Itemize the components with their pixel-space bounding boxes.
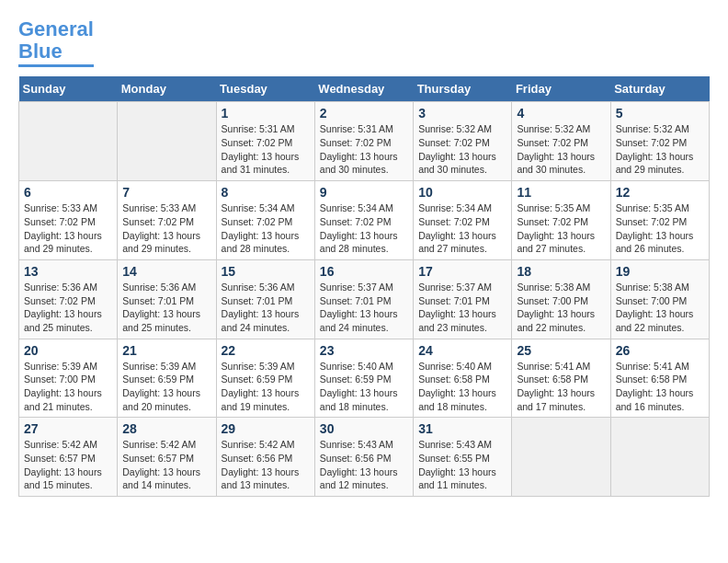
calendar-cell: 24Sunrise: 5:40 AMSunset: 6:58 PMDayligh… — [414, 339, 512, 418]
calendar-cell: 23Sunrise: 5:40 AMSunset: 6:59 PMDayligh… — [314, 339, 413, 418]
day-info: Sunrise: 5:37 AMSunset: 7:01 PMDaylight:… — [418, 281, 506, 335]
calendar-cell — [118, 102, 216, 181]
day-number: 30 — [320, 421, 408, 436]
day-number: 28 — [122, 421, 210, 436]
day-info: Sunrise: 5:39 AMSunset: 6:59 PMDaylight:… — [222, 360, 310, 414]
calendar-week-1: 1Sunrise: 5:31 AMSunset: 7:02 PMDaylight… — [19, 102, 710, 181]
day-number: 8 — [222, 185, 310, 200]
day-info: Sunrise: 5:37 AMSunset: 7:01 PMDaylight:… — [320, 281, 408, 335]
calendar-cell: 17Sunrise: 5:37 AMSunset: 7:01 PMDayligh… — [414, 259, 512, 339]
day-number: 7 — [122, 185, 210, 200]
day-number: 9 — [320, 185, 408, 200]
calendar-cell: 2Sunrise: 5:31 AMSunset: 7:02 PMDaylight… — [314, 102, 413, 181]
day-number: 25 — [517, 343, 605, 358]
calendar-cell: 14Sunrise: 5:36 AMSunset: 7:01 PMDayligh… — [118, 259, 216, 339]
day-number: 27 — [24, 421, 112, 436]
day-number: 24 — [418, 343, 506, 358]
day-info: Sunrise: 5:42 AMSunset: 6:57 PMDaylight:… — [24, 438, 112, 492]
day-info: Sunrise: 5:43 AMSunset: 6:55 PMDaylight:… — [418, 438, 506, 492]
day-number: 21 — [122, 343, 210, 358]
day-info: Sunrise: 5:43 AMSunset: 6:56 PMDaylight:… — [320, 438, 408, 492]
calendar-cell: 16Sunrise: 5:37 AMSunset: 7:01 PMDayligh… — [314, 259, 413, 339]
day-info: Sunrise: 5:36 AMSunset: 7:01 PMDaylight:… — [222, 281, 310, 335]
page-header: General Blue — [18, 18, 710, 67]
calendar-cell: 20Sunrise: 5:39 AMSunset: 7:00 PMDayligh… — [19, 339, 118, 418]
weekday-friday: Friday — [512, 76, 610, 102]
day-info: Sunrise: 5:34 AMSunset: 7:02 PMDaylight:… — [418, 201, 506, 256]
day-number: 26 — [616, 343, 704, 358]
weekday-sunday: Sunday — [19, 76, 118, 102]
logo: General Blue — [18, 18, 94, 67]
day-info: Sunrise: 5:34 AMSunset: 7:02 PMDaylight:… — [222, 201, 310, 256]
day-info: Sunrise: 5:41 AMSunset: 6:58 PMDaylight:… — [517, 360, 605, 414]
logo-text: General Blue — [18, 18, 94, 63]
day-info: Sunrise: 5:32 AMSunset: 7:02 PMDaylight:… — [418, 122, 506, 177]
logo-general: General — [18, 17, 94, 40]
day-number: 31 — [418, 421, 506, 436]
logo-underline — [18, 64, 94, 67]
day-info: Sunrise: 5:38 AMSunset: 7:00 PMDaylight:… — [517, 281, 605, 335]
day-info: Sunrise: 5:33 AMSunset: 7:02 PMDaylight:… — [24, 201, 112, 256]
calendar-cell: 21Sunrise: 5:39 AMSunset: 6:59 PMDayligh… — [118, 339, 216, 418]
calendar-cell: 7Sunrise: 5:33 AMSunset: 7:02 PMDaylight… — [118, 181, 216, 260]
day-info: Sunrise: 5:36 AMSunset: 7:02 PMDaylight:… — [24, 281, 112, 335]
calendar-cell: 6Sunrise: 5:33 AMSunset: 7:02 PMDaylight… — [19, 181, 118, 260]
day-info: Sunrise: 5:31 AMSunset: 7:02 PMDaylight:… — [320, 122, 408, 177]
calendar-cell: 1Sunrise: 5:31 AMSunset: 7:02 PMDaylight… — [216, 102, 314, 181]
calendar-cell: 30Sunrise: 5:43 AMSunset: 6:56 PMDayligh… — [314, 418, 413, 497]
calendar-cell: 26Sunrise: 5:41 AMSunset: 6:58 PMDayligh… — [610, 339, 709, 418]
day-number: 15 — [222, 264, 310, 279]
day-number: 16 — [320, 264, 408, 279]
calendar-header: SundayMondayTuesdayWednesdayThursdayFrid… — [19, 76, 710, 102]
day-number: 18 — [517, 264, 605, 279]
day-number: 29 — [222, 421, 310, 436]
day-info: Sunrise: 5:32 AMSunset: 7:02 PMDaylight:… — [517, 122, 605, 177]
calendar-week-2: 6Sunrise: 5:33 AMSunset: 7:02 PMDaylight… — [19, 181, 710, 260]
day-number: 20 — [24, 343, 112, 358]
day-number: 22 — [222, 343, 310, 358]
day-info: Sunrise: 5:33 AMSunset: 7:02 PMDaylight:… — [122, 201, 210, 256]
calendar-cell: 8Sunrise: 5:34 AMSunset: 7:02 PMDaylight… — [216, 181, 314, 260]
calendar-cell: 22Sunrise: 5:39 AMSunset: 6:59 PMDayligh… — [216, 339, 314, 418]
calendar-week-5: 27Sunrise: 5:42 AMSunset: 6:57 PMDayligh… — [19, 418, 710, 497]
day-number: 2 — [320, 106, 408, 121]
calendar-cell: 13Sunrise: 5:36 AMSunset: 7:02 PMDayligh… — [19, 259, 118, 339]
logo-blue: Blue — [18, 40, 63, 63]
day-number: 19 — [616, 264, 704, 279]
day-info: Sunrise: 5:32 AMSunset: 7:02 PMDaylight:… — [616, 122, 704, 177]
calendar-cell: 9Sunrise: 5:34 AMSunset: 7:02 PMDaylight… — [314, 181, 413, 260]
calendar-cell: 10Sunrise: 5:34 AMSunset: 7:02 PMDayligh… — [414, 181, 512, 260]
day-info: Sunrise: 5:35 AMSunset: 7:02 PMDaylight:… — [616, 201, 704, 256]
calendar-cell: 28Sunrise: 5:42 AMSunset: 6:57 PMDayligh… — [118, 418, 216, 497]
day-number: 1 — [222, 106, 310, 121]
calendar-cell: 25Sunrise: 5:41 AMSunset: 6:58 PMDayligh… — [512, 339, 610, 418]
day-number: 5 — [616, 106, 704, 121]
calendar-body: 1Sunrise: 5:31 AMSunset: 7:02 PMDaylight… — [19, 102, 710, 497]
day-info: Sunrise: 5:40 AMSunset: 6:58 PMDaylight:… — [418, 360, 506, 414]
calendar-table: SundayMondayTuesdayWednesdayThursdayFrid… — [18, 76, 710, 497]
calendar-cell — [19, 102, 118, 181]
day-info: Sunrise: 5:31 AMSunset: 7:02 PMDaylight:… — [222, 122, 310, 177]
day-number: 17 — [418, 264, 506, 279]
weekday-tuesday: Tuesday — [216, 76, 314, 102]
calendar-cell: 4Sunrise: 5:32 AMSunset: 7:02 PMDaylight… — [512, 102, 610, 181]
day-info: Sunrise: 5:41 AMSunset: 6:58 PMDaylight:… — [616, 360, 704, 414]
day-info: Sunrise: 5:38 AMSunset: 7:00 PMDaylight:… — [616, 281, 704, 335]
day-number: 11 — [517, 185, 605, 200]
calendar-cell: 3Sunrise: 5:32 AMSunset: 7:02 PMDaylight… — [414, 102, 512, 181]
calendar-cell: 15Sunrise: 5:36 AMSunset: 7:01 PMDayligh… — [216, 259, 314, 339]
day-number: 14 — [122, 264, 210, 279]
day-number: 4 — [517, 106, 605, 121]
calendar-cell: 11Sunrise: 5:35 AMSunset: 7:02 PMDayligh… — [512, 181, 610, 260]
calendar-cell: 31Sunrise: 5:43 AMSunset: 6:55 PMDayligh… — [414, 418, 512, 497]
day-number: 3 — [418, 106, 506, 121]
calendar-cell: 27Sunrise: 5:42 AMSunset: 6:57 PMDayligh… — [19, 418, 118, 497]
calendar-cell: 18Sunrise: 5:38 AMSunset: 7:00 PMDayligh… — [512, 259, 610, 339]
day-info: Sunrise: 5:34 AMSunset: 7:02 PMDaylight:… — [320, 201, 408, 256]
day-info: Sunrise: 5:39 AMSunset: 7:00 PMDaylight:… — [24, 360, 112, 414]
calendar-cell — [512, 418, 610, 497]
day-number: 6 — [24, 185, 112, 200]
calendar-cell: 19Sunrise: 5:38 AMSunset: 7:00 PMDayligh… — [610, 259, 709, 339]
weekday-thursday: Thursday — [414, 76, 512, 102]
weekday-saturday: Saturday — [610, 76, 709, 102]
